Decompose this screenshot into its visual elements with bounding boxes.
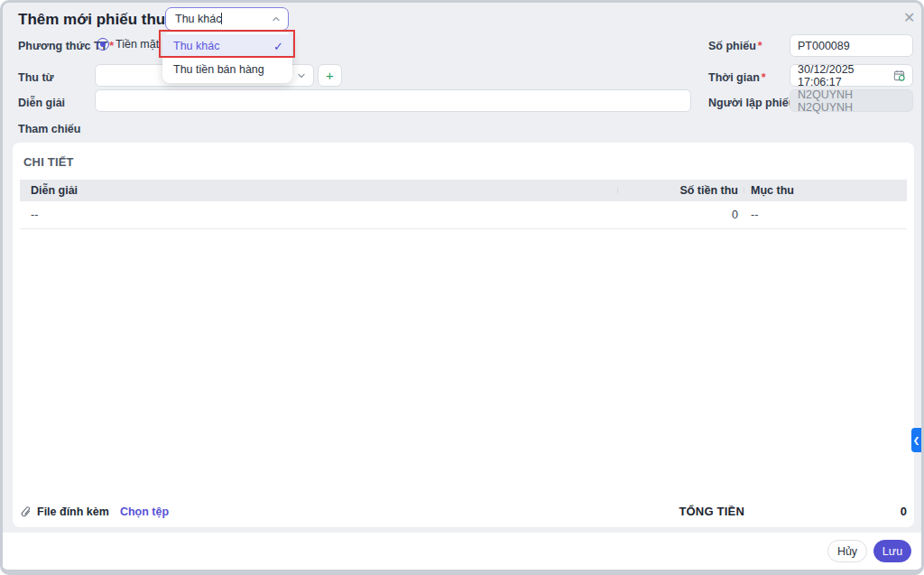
receipt-type-dropdown: Thu khác ✓ Thu tiền bán hàng: [162, 32, 292, 83]
calendar-icon: [893, 70, 905, 81]
nguoi-lap-phieu-label: Người lập phiếu: [708, 97, 795, 109]
table-row[interactable]: -- 0 --: [20, 201, 907, 229]
detail-card: CHI TIẾT Diễn giải Số tiền thu Mục thu -…: [13, 143, 914, 527]
cell-muc-thu[interactable]: --: [744, 209, 874, 221]
so-phieu-label: Số phiếu*: [708, 40, 762, 52]
save-button[interactable]: Lưu: [873, 540, 911, 562]
datetime-input[interactable]: 30/12/2025 17:06:17: [790, 64, 913, 87]
attachment-label: File đính kèm: [37, 505, 109, 518]
detail-section-title: CHI TIẾT: [23, 155, 907, 169]
card-bottom-bar: File đính kèm Chọn tệp TỔNG TIỀN 0: [20, 505, 907, 518]
collapse-chevron-icon: ❮: [913, 436, 920, 445]
side-panel-toggle[interactable]: ❮: [911, 428, 921, 452]
receipt-type-select[interactable]: Thu khác: [165, 7, 289, 31]
tham-chieu-label: Tham chiếu: [18, 123, 80, 135]
receipt-type-value: Thu khác: [175, 13, 272, 25]
check-icon: ✓: [273, 40, 283, 53]
total-label: TỔNG TIỀN: [679, 505, 744, 518]
close-icon[interactable]: ✕: [903, 11, 915, 25]
dropdown-option-thu-khac[interactable]: Thu khác ✓: [162, 34, 292, 58]
creator-input: N2QUYNH N2QUYNH: [790, 89, 913, 112]
cell-dien-giai[interactable]: --: [20, 209, 617, 221]
chevron-down-icon: [297, 71, 306, 80]
dropdown-option-thu-tien-ban-hang[interactable]: Thu tiền bán hàng: [162, 58, 292, 81]
receipt-number-input[interactable]: PT000089: [790, 34, 913, 57]
chevron-up-icon: [272, 14, 281, 23]
add-payer-button[interactable]: +: [318, 64, 342, 87]
col-header-so-tien-thu: Số tiền thu: [617, 184, 744, 197]
receipt-modal: Thêm mới phiếu thu Thu khác ✕ Thu khác ✓…: [0, 0, 924, 575]
plus-icon: +: [326, 68, 334, 83]
text-cursor: [221, 13, 222, 24]
col-header-dien-giai: Diễn giải: [20, 184, 617, 197]
page-title: Thêm mới phiếu thu: [18, 11, 165, 29]
cancel-button[interactable]: Hủy: [827, 540, 867, 562]
cell-so-tien-thu[interactable]: 0: [617, 209, 744, 221]
choose-file-link[interactable]: Chọn tệp: [120, 505, 169, 518]
dien-giai-label: Diễn giải: [18, 97, 65, 109]
paperclip-icon: [20, 505, 32, 518]
thu-tu-label: Thu từ: [18, 71, 54, 84]
col-header-muc-thu: Mục thu: [744, 184, 874, 197]
detail-table-header: Diễn giải Số tiền thu Mục thu: [20, 180, 907, 201]
modal-footer: Hủy Lưu: [3, 533, 921, 570]
cash-radio[interactable]: Tiền mặt: [97, 38, 159, 51]
description-input[interactable]: [95, 89, 691, 112]
total-value: 0: [744, 505, 907, 518]
thoi-gian-label: Thời gian*: [708, 71, 766, 84]
radio-icon: [97, 38, 109, 51]
